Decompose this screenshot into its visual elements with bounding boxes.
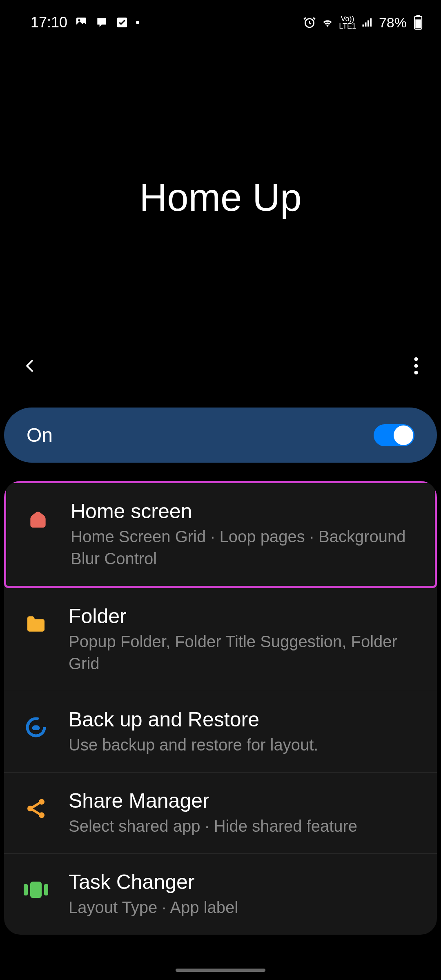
item-title: Task Changer bbox=[69, 870, 417, 894]
svg-rect-22 bbox=[44, 884, 48, 895]
item-subtitle: Select shared app · Hide shared feature bbox=[69, 815, 417, 837]
item-content: Share Manager Select shared app · Hide s… bbox=[69, 789, 417, 837]
item-content: Task Changer Layout Type · App label bbox=[69, 870, 417, 918]
svg-line-18 bbox=[32, 803, 40, 808]
list-item-task-changer[interactable]: Task Changer Layout Type · App label bbox=[4, 854, 437, 935]
alarm-icon bbox=[303, 16, 316, 29]
toggle-switch[interactable] bbox=[374, 424, 414, 446]
list-item-share[interactable]: Share Manager Select shared app · Hide s… bbox=[4, 773, 437, 854]
status-time: 17:10 bbox=[31, 14, 67, 31]
list-item-backup[interactable]: Back up and Restore Use backup and resto… bbox=[4, 691, 437, 773]
folder-icon bbox=[24, 612, 48, 636]
svg-line-19 bbox=[32, 809, 40, 814]
battery-percent: 78% bbox=[379, 15, 407, 31]
svg-rect-4 bbox=[362, 24, 364, 27]
check-icon bbox=[116, 16, 129, 29]
svg-rect-6 bbox=[368, 20, 369, 27]
svg-point-1 bbox=[78, 19, 80, 21]
page-title: Home Up bbox=[0, 176, 441, 220]
svg-rect-10 bbox=[415, 20, 421, 29]
svg-rect-7 bbox=[370, 18, 372, 27]
back-button[interactable] bbox=[22, 356, 38, 378]
item-title: Home screen bbox=[71, 499, 415, 523]
more-button[interactable] bbox=[414, 357, 419, 376]
item-content: Home screen Home Screen Grid · Loop page… bbox=[71, 499, 415, 570]
item-subtitle: Popup Folder, Folder Title Suggestion, F… bbox=[69, 630, 417, 675]
item-subtitle: Home Screen Grid · Loop pages · Backgrou… bbox=[71, 526, 415, 570]
list-item-folder[interactable]: Folder Popup Folder, Folder Title Sugges… bbox=[4, 588, 437, 691]
svg-point-11 bbox=[414, 357, 418, 361]
status-right: Vo))LTE1 78% bbox=[303, 15, 425, 31]
toolbar bbox=[0, 350, 441, 383]
svg-rect-21 bbox=[30, 882, 42, 898]
item-title: Share Manager bbox=[69, 789, 417, 813]
share-icon bbox=[24, 796, 48, 821]
wifi-icon bbox=[321, 16, 334, 29]
toggle-label: On bbox=[27, 424, 53, 446]
item-title: Back up and Restore bbox=[69, 708, 417, 731]
item-content: Folder Popup Folder, Folder Title Sugges… bbox=[69, 604, 417, 675]
svg-point-13 bbox=[414, 371, 418, 374]
master-toggle-card[interactable]: On bbox=[4, 408, 437, 463]
message-icon bbox=[95, 16, 108, 29]
toggle-knob bbox=[394, 425, 413, 445]
carousel-icon bbox=[24, 878, 48, 902]
picture-icon bbox=[75, 16, 88, 29]
gesture-bar[interactable] bbox=[176, 969, 265, 972]
volte-icon: Vo))LTE1 bbox=[339, 15, 356, 30]
settings-list: Home screen Home Screen Grid · Loop page… bbox=[4, 481, 437, 935]
battery-icon bbox=[412, 16, 425, 29]
status-left: 17:10 bbox=[31, 14, 139, 31]
svg-point-12 bbox=[414, 364, 418, 368]
status-bar: 17:10 Vo))LTE1 78% bbox=[0, 0, 441, 37]
list-item-home-screen[interactable]: Home screen Home Screen Grid · Loop page… bbox=[4, 481, 437, 588]
item-title: Folder bbox=[69, 604, 417, 628]
sync-icon bbox=[24, 715, 48, 739]
item-content: Back up and Restore Use backup and resto… bbox=[69, 708, 417, 756]
item-subtitle: Use backup and restore for layout. bbox=[69, 734, 417, 756]
home-icon bbox=[26, 507, 50, 531]
svg-rect-20 bbox=[24, 884, 28, 895]
notification-dot-icon bbox=[136, 21, 139, 24]
signal-icon bbox=[361, 16, 374, 29]
item-subtitle: Layout Type · App label bbox=[69, 896, 417, 918]
svg-rect-5 bbox=[365, 22, 367, 27]
